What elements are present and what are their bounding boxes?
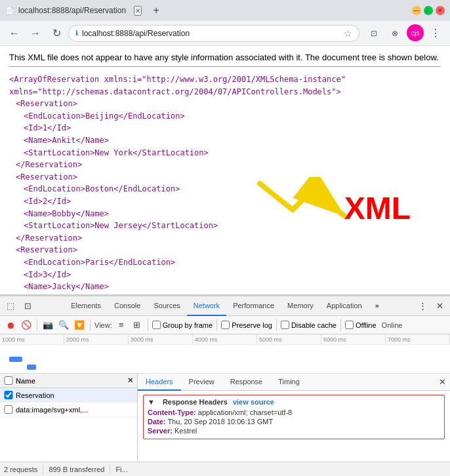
tab-elements[interactable]: Elements (64, 296, 108, 316)
detail-close-button[interactable]: ✕ (434, 374, 450, 390)
tab-more[interactable]: » (369, 296, 386, 316)
record-button[interactable]: ⏺ (4, 319, 17, 332)
file-checkbox-reservation[interactable] (4, 391, 13, 399)
maximize-button[interactable]: □ (424, 6, 433, 15)
tab-console[interactable]: Console (108, 296, 147, 316)
devtools-close-button[interactable]: ✕ (432, 298, 447, 314)
view-source-link[interactable]: view source (233, 398, 274, 406)
close-button[interactable]: ✕ (436, 6, 445, 15)
capture-screenshot-button[interactable]: 📷 (41, 319, 54, 332)
xml-line: <Reservation> (16, 98, 441, 110)
tab-application[interactable]: Application (320, 296, 369, 316)
group-by-frame-label: Group by frame (163, 321, 213, 329)
window-title: localhost:8888/api/Reservation (18, 6, 126, 15)
tab-memory[interactable]: Memory (281, 296, 320, 316)
clear-button[interactable]: 🚫 (20, 319, 33, 332)
server-value: Kestrel (174, 427, 197, 435)
tab-sources[interactable]: Sources (147, 296, 186, 316)
star-icon: ☆ (344, 28, 352, 39)
plugin-button[interactable]: ⊗ (386, 24, 404, 43)
tab-close-button[interactable]: ✕ (134, 6, 142, 16)
xml-tag: <Id>2</Id> (24, 197, 71, 206)
new-tab-button[interactable]: + (148, 3, 164, 18)
device-mode-button[interactable]: ⊡ (20, 298, 35, 314)
date-value: Thu, 20 Sep 2018 10:06:13 GMT (167, 418, 273, 426)
timeline-bar-1 (9, 357, 23, 362)
minimize-button[interactable]: — (412, 6, 421, 15)
tab-performance[interactable]: Performance (226, 296, 281, 316)
response-headers-section: ▼ Response Headers view source Content-T… (143, 395, 445, 439)
lock-icon: ℹ (75, 29, 78, 37)
nav-bar: ← → ↻ ℹ localhost:8888/api/Reservation ☆… (0, 21, 450, 46)
group-by-frame-checkbox[interactable] (152, 321, 161, 329)
xml-tag: <ArrayOfReservation xmlns:i="http://www.… (9, 75, 346, 84)
disable-cache-group[interactable]: Disable cache (281, 321, 337, 329)
title-bar: 📄 localhost:8888/api/Reservation ✕ + — □… (0, 0, 450, 21)
offline-checkbox[interactable] (345, 321, 354, 329)
detail-tab-preview[interactable]: Preview (181, 374, 222, 391)
xml-tag: <Name>Ankit</Name> (24, 136, 109, 145)
inspect-button[interactable]: ⬚ (3, 298, 18, 314)
detail-tab-response[interactable]: Response (222, 374, 271, 391)
timeline-bar-2 (27, 365, 36, 370)
xml-badge: XML (344, 190, 411, 226)
frames-view-button[interactable]: ⊞ (131, 319, 144, 332)
tab-network[interactable]: Network (187, 296, 226, 316)
file-row-reservation[interactable]: Reservation (0, 388, 137, 403)
preserve-log-group[interactable]: Preserve log (221, 321, 272, 329)
profile-icon[interactable]: cjs (407, 24, 424, 41)
file-name-reservation: Reservation (16, 391, 54, 399)
disable-cache-label: Disable cache (291, 321, 337, 329)
disable-cache-checkbox[interactable] (281, 321, 289, 329)
back-button[interactable]: ← (5, 24, 24, 43)
offline-group[interactable]: Offline (345, 321, 377, 329)
close-column[interactable]: ✕ (127, 376, 133, 385)
content-type-key: Content-Type: (148, 408, 196, 416)
address-text: localhost:8888/api/Reservation (82, 29, 340, 38)
xml-tag: <Id>3</Id> (24, 270, 71, 279)
forward-button[interactable]: → (26, 24, 45, 43)
content-area: This XML file does not appear to have an… (0, 46, 450, 295)
offline-label: Offline (356, 321, 377, 329)
timeline-bars (0, 345, 450, 374)
list-view-button[interactable]: ≡ (115, 319, 128, 332)
view-label: View: (94, 321, 112, 329)
xml-tag: <Name>Jacky</Name> (24, 282, 109, 291)
response-headers-title-row: ▼ Response Headers view source (148, 398, 440, 406)
filter-status: Fi... (115, 466, 127, 473)
xml-notice: This XML file does not appear to have an… (9, 52, 441, 67)
xml-tag: </Reservation> (16, 160, 82, 169)
timeline-area: 1000 ms 2000 ms 3000 ms 4000 ms 5000 ms … (0, 334, 450, 374)
address-bar[interactable]: ℹ localhost:8888/api/Reservation ☆ (68, 25, 359, 42)
devtools-menu-button[interactable]: ⋮ (415, 298, 430, 314)
xml-line: <EndLocation>Paris</EndLocation> (24, 256, 441, 269)
xml-tag: <EndLocation>Beijing</EndLocation> (24, 111, 185, 121)
detail-tab-headers[interactable]: Headers (138, 374, 181, 391)
file-checkbox-svg[interactable] (4, 405, 13, 414)
xml-line: <ArrayOfReservation xmlns:i="http://www.… (9, 73, 441, 86)
xml-line: <Id>1</Id> (24, 122, 441, 134)
name-column-header: Name (16, 377, 35, 385)
devtools-panel: ⬚ ⊡ Elements Console Sources Network Per… (0, 295, 450, 475)
nav-right-icons: ⊡ ⊗ cjs ⋮ (365, 24, 445, 43)
toolbar-divider3 (148, 319, 148, 331)
detail-tab-timing[interactable]: Timing (270, 374, 308, 391)
requests-count: 2 requests (4, 466, 37, 473)
refresh-button[interactable]: ↻ (47, 24, 66, 43)
status-divider-1 (43, 465, 43, 474)
xml-line: <EndLocation>Beijing</EndLocation> (24, 110, 441, 123)
file-list-header: Name ✕ (0, 374, 137, 388)
group-by-frame-group[interactable]: Group by frame (152, 321, 213, 329)
detail-tabs: Headers Preview Response Timing ✕ (138, 374, 450, 391)
cast-button[interactable]: ⊡ (365, 24, 383, 43)
ruler-mark-4: 4000 ms (193, 334, 257, 344)
search-button[interactable]: 🔍 (57, 319, 70, 332)
filter-button[interactable]: 🔽 (73, 319, 86, 332)
settings-button[interactable]: ⋮ (426, 24, 445, 43)
xml-tag: <EndLocation>Paris</EndLocation> (24, 258, 175, 267)
toolbar-divider5 (276, 319, 277, 331)
select-all-checkbox[interactable] (4, 376, 13, 385)
xml-line: <Name>Ankit</Name> (24, 134, 441, 147)
file-row-svg[interactable]: data:image/svg+xml,... (0, 403, 137, 417)
preserve-log-checkbox[interactable] (221, 321, 230, 329)
